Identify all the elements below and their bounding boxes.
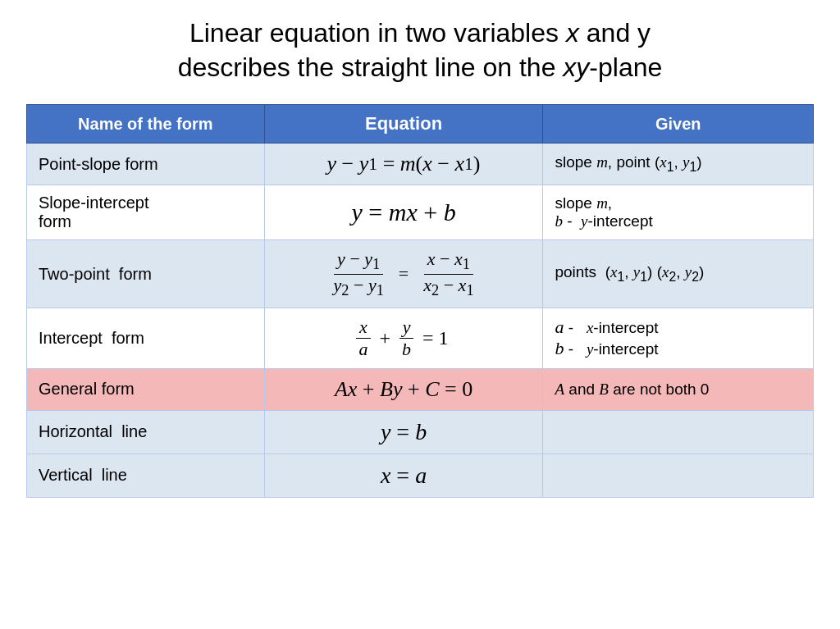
table-row: Point-slope form y − y1 = m(x − x1) slop… — [27, 144, 814, 185]
name-cell: Point-slope form — [27, 144, 265, 185]
name-cell: Vertical line — [27, 454, 265, 497]
given-cell: slope m, b - y-intercept — [543, 185, 814, 240]
page-title: Linear equation in two variables x and y… — [178, 16, 663, 84]
given-cell — [543, 410, 814, 454]
table-row: General form Ax + By + C = 0 A and B are… — [27, 368, 814, 410]
given-cell: points (x1, y1) (x2, y2) — [543, 240, 814, 308]
equation-cell: Ax + By + C = 0 — [264, 368, 543, 410]
equation-cell: x a + y b = 1 — [264, 308, 543, 368]
equation-cell: y − y1 y2 − y1 = x − x1 x2 − x1 — [264, 240, 543, 308]
name-cell: General form — [27, 368, 265, 410]
table-row: Intercept form x a + y b = 1 a - x-int — [27, 308, 814, 368]
name-cell: Horizontal line — [27, 410, 265, 454]
forms-table: Name of the form Equation Given Point-sl… — [26, 104, 814, 498]
header-equation: Equation — [264, 105, 543, 144]
equation-cell: x = a — [264, 454, 543, 497]
table-row: Slope-interceptform y = mx + b slope m, … — [27, 185, 814, 240]
given-cell: slope m, point (x1, y1) — [543, 144, 814, 185]
equation-cell: y = mx + b — [264, 185, 543, 240]
equation-cell: y = b — [264, 410, 543, 454]
name-cell: Two-point form — [27, 240, 265, 308]
given-cell: A and B are not both 0 — [543, 368, 814, 410]
given-cell: a - x-intercept b - y-intercept — [543, 308, 814, 368]
name-cell: Intercept form — [27, 308, 265, 368]
table-row: Two-point form y − y1 y2 − y1 = x − x1 x… — [27, 240, 814, 308]
name-cell: Slope-interceptform — [27, 185, 265, 240]
header-given: Given — [543, 105, 814, 144]
equation-cell: y − y1 = m(x − x1) — [264, 144, 543, 185]
given-cell — [543, 454, 814, 497]
table-row: Horizontal line y = b — [27, 410, 814, 454]
table-row: Vertical line x = a — [27, 454, 814, 497]
header-name: Name of the form — [27, 105, 265, 144]
